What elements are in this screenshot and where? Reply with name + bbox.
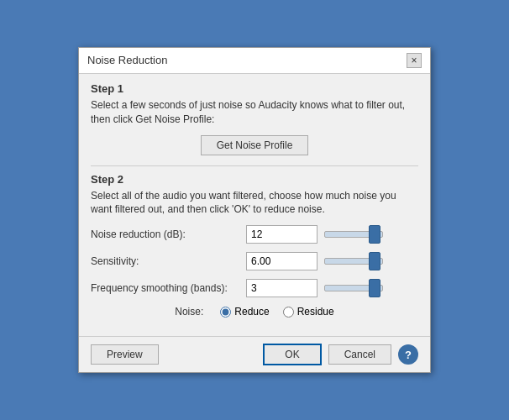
step1-section: Step 1 Select a few seconds of just nois… (91, 82, 418, 155)
sensitivity-slider[interactable] (324, 258, 383, 265)
step2-header: Step 2 (91, 173, 418, 186)
sensitivity-label: Sensitivity: (91, 255, 246, 267)
noise-options-label: Noise: (175, 306, 203, 318)
step-separator (91, 165, 418, 166)
noise-reduction-dialog: Noise Reduction × Step 1 Select a few se… (78, 47, 431, 373)
frequency-smoothing-label: Frequency smoothing (bands): (91, 282, 246, 294)
get-noise-profile-row: Get Noise Profile (91, 135, 418, 155)
close-button[interactable]: × (407, 53, 422, 68)
ok-button[interactable]: OK (263, 344, 321, 365)
step1-header: Step 1 (91, 82, 418, 95)
preview-button[interactable]: Preview (91, 344, 159, 365)
footer-right: OK Cancel ? (263, 344, 418, 365)
noise-reduce-option[interactable]: Reduce (220, 306, 269, 318)
noise-reduce-label: Reduce (234, 306, 269, 318)
noise-residue-option[interactable]: Residue (283, 306, 334, 318)
noise-reduce-radio[interactable] (220, 307, 231, 318)
noise-residue-label: Residue (297, 306, 334, 318)
noise-reduction-label: Noise reduction (dB): (91, 228, 246, 240)
noise-reduction-input[interactable] (246, 225, 317, 244)
frequency-smoothing-input[interactable] (246, 279, 317, 297)
noise-options-row: Noise: Reduce Residue (91, 306, 418, 318)
frequency-smoothing-thumb[interactable] (369, 279, 380, 297)
frequency-smoothing-row: Frequency smoothing (bands): (91, 279, 418, 297)
dialog-body: Step 1 Select a few seconds of just nois… (79, 74, 430, 336)
dialog-title: Noise Reduction (87, 54, 167, 66)
noise-reduction-slider[interactable] (324, 231, 383, 238)
title-bar: Noise Reduction × (79, 48, 430, 74)
step2-description: Select all of the audio you want filtere… (91, 189, 418, 218)
get-noise-profile-button[interactable]: Get Noise Profile (201, 135, 309, 155)
noise-residue-radio[interactable] (283, 307, 294, 318)
sensitivity-thumb[interactable] (369, 252, 380, 270)
sensitivity-input[interactable] (246, 252, 317, 270)
noise-radio-group: Reduce Residue (220, 306, 333, 318)
noise-reduction-thumb[interactable] (369, 225, 380, 244)
sensitivity-row: Sensitivity: (91, 252, 418, 270)
step2-section: Step 2 Select all of the audio you want … (91, 173, 418, 318)
dialog-footer: Preview OK Cancel ? (79, 336, 430, 372)
noise-reduction-row: Noise reduction (dB): (91, 225, 418, 244)
step1-description: Select a few seconds of just noise so Au… (91, 98, 418, 127)
cancel-button[interactable]: Cancel (328, 344, 391, 365)
frequency-smoothing-slider[interactable] (324, 285, 383, 291)
help-button[interactable]: ? (398, 344, 418, 365)
